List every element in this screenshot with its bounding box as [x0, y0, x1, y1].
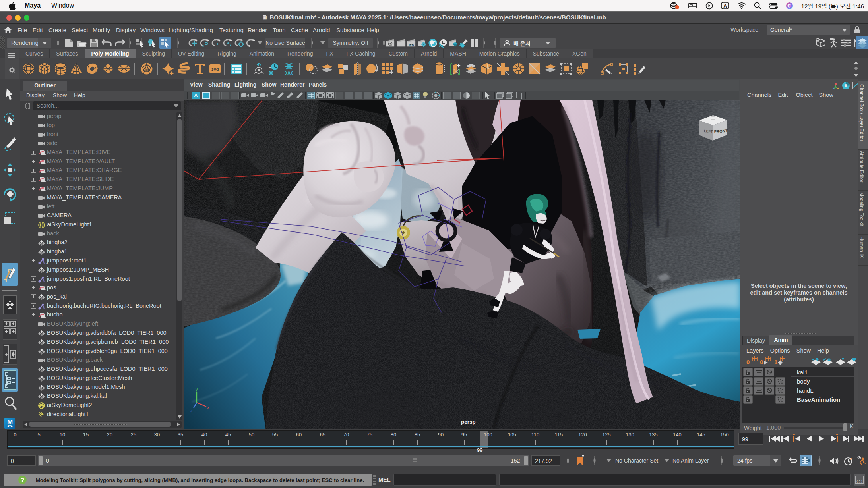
svg-text:persp: persp [461, 419, 476, 425]
svg-text:{;}: {;} [856, 480, 862, 484]
svg-text:y: y [196, 387, 198, 392]
svg-text:z: z [190, 408, 193, 413]
svg-text:A: A [723, 3, 727, 9]
svg-text:svg: svg [211, 67, 219, 71]
svg-text:IPR: IPR [409, 43, 414, 46]
svg-text:0,0,0: 0,0,0 [285, 71, 294, 75]
svg-text:LEFT: LEFT [704, 129, 713, 133]
svg-text:x: x [207, 405, 209, 410]
